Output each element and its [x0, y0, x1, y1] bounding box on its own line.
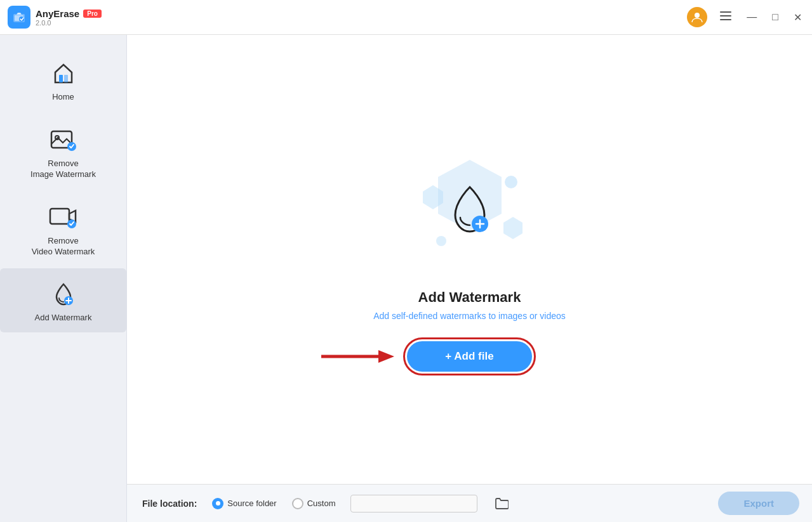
- custom-label: Custom: [307, 499, 336, 508]
- close-icon[interactable]: ✕: [791, 10, 804, 25]
- watermark-graphic: [400, 147, 540, 274]
- titlebar-controls: — □ ✕: [687, 7, 804, 27]
- sidebar-item-home[interactable]: Home: [0, 48, 126, 112]
- custom-radio[interactable]: [292, 498, 303, 509]
- svg-rect-5: [720, 15, 731, 16]
- source-folder-radio[interactable]: [212, 498, 223, 509]
- remove-video-label: RemoveVideo Watermark: [32, 236, 95, 258]
- svg-point-3: [695, 13, 700, 18]
- arrow-indicator: [318, 344, 394, 369]
- maximize-icon[interactable]: □: [769, 10, 781, 24]
- main-layout: Home RemoveImage Watermark: [0, 35, 812, 522]
- app-version: 2.0.0: [36, 19, 102, 27]
- sidebar-item-remove-video[interactable]: RemoveVideo Watermark: [0, 192, 126, 266]
- add-file-button[interactable]: + Add file: [407, 341, 531, 372]
- custom-path-input[interactable]: [350, 495, 477, 512]
- app-name: AnyErase Pro: [36, 8, 102, 19]
- svg-marker-26: [378, 350, 394, 363]
- svg-rect-7: [59, 75, 63, 82]
- folder-browse-button[interactable]: [493, 495, 510, 512]
- content-area: Add Watermark Add self-defined watermark…: [127, 35, 812, 522]
- main-content: Add Watermark Add self-defined watermark…: [127, 35, 812, 484]
- custom-option[interactable]: Custom: [292, 498, 336, 509]
- remove-image-label: RemoveImage Watermark: [30, 159, 96, 180]
- app-name-wrap: AnyErase Pro 2.0.0: [36, 8, 102, 27]
- home-icon: [48, 58, 79, 88]
- remove-image-icon: [48, 124, 79, 155]
- add-watermark-subtitle: Add self-defined watermarks to images or…: [373, 311, 566, 321]
- pro-badge: Pro: [83, 10, 102, 18]
- source-folder-label: Source folder: [227, 499, 276, 508]
- sidebar-item-remove-image[interactable]: RemoveImage Watermark: [0, 114, 126, 189]
- sidebar: Home RemoveImage Watermark: [0, 35, 127, 522]
- svg-point-2: [19, 16, 24, 22]
- svg-rect-8: [64, 75, 68, 82]
- app-name-text: AnyErase: [36, 8, 79, 19]
- add-watermark-label: Add Watermark: [35, 313, 92, 323]
- file-location-label: File location:: [142, 499, 197, 509]
- app-logo: [8, 6, 30, 29]
- home-label: Home: [52, 92, 74, 103]
- minimize-icon[interactable]: —: [744, 10, 759, 24]
- svg-rect-6: [720, 19, 731, 20]
- footer-bar: File location: Source folder Custom Expo…: [127, 484, 812, 522]
- remove-video-icon: [48, 202, 79, 232]
- wm-icon-wrap: [441, 182, 498, 239]
- add-watermark-title: Add Watermark: [418, 289, 521, 306]
- export-button[interactable]: Export: [718, 492, 799, 515]
- sidebar-item-add-watermark[interactable]: Add Watermark: [0, 268, 126, 332]
- svg-marker-19: [503, 217, 522, 239]
- source-folder-option[interactable]: Source folder: [212, 498, 276, 509]
- menu-icon[interactable]: [717, 10, 734, 24]
- svg-rect-4: [720, 11, 731, 13]
- user-icon[interactable]: [687, 7, 707, 27]
- svg-point-20: [505, 176, 517, 188]
- titlebar: AnyErase Pro 2.0.0 — □ ✕: [0, 0, 812, 35]
- svg-rect-12: [50, 209, 69, 224]
- add-watermark-icon: [48, 278, 79, 309]
